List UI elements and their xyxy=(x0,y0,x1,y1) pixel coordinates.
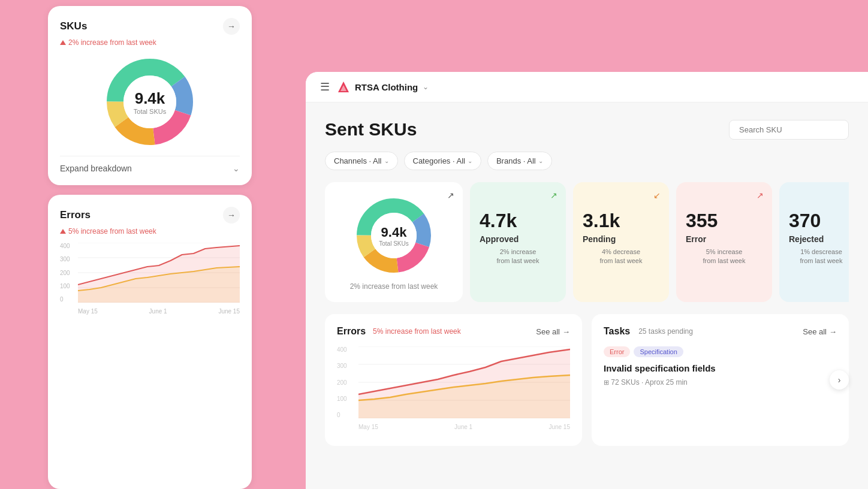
stat-donut-value: 9.4k xyxy=(381,225,407,240)
stat-error-sub: 5% increasefrom last week xyxy=(686,247,762,266)
increase-triangle-icon xyxy=(60,40,66,45)
task-item: Error Specification Invalid specificatio… xyxy=(604,346,837,387)
search-input[interactable] xyxy=(729,120,849,140)
y-label-0: 0 xyxy=(60,296,70,303)
sku-donut-chart: 9.4k Total SKUs xyxy=(102,54,198,150)
task-meta-text: 72 SKUs · Aprox 25 min xyxy=(611,378,687,387)
stat-rejected-content: 370 Rejected 1% descreasefrom last week xyxy=(789,210,849,266)
expand-chevron-icon: ⌄ xyxy=(233,164,240,173)
big-y-0: 0 xyxy=(337,412,347,418)
stat-rejected-arrow-icon: ↗ xyxy=(848,191,849,200)
task-title: Invalid specification fields xyxy=(604,363,837,373)
x-label-june1: June 1 xyxy=(149,308,167,315)
big-x-may15: May 15 xyxy=(358,424,378,430)
errors-increase-text: 5% increase from last week xyxy=(68,227,156,236)
sku-arrow-button[interactable]: → xyxy=(223,18,240,35)
errors-arrow-button[interactable]: → xyxy=(223,207,240,224)
page-header: Sent SKUs xyxy=(325,119,849,140)
sku-donut-center: 9.4k Total SKUs xyxy=(134,89,166,115)
filter-brands-chevron-icon: ⌄ xyxy=(538,158,543,164)
errors-big-chart-svg-container xyxy=(358,346,570,418)
stat-card-total: ↗ 9.4k Total SKUs xyxy=(325,182,463,302)
sku-donut-label: Total SKUs xyxy=(134,108,166,115)
big-y-100: 100 xyxy=(337,396,347,402)
errors-big-chart-x-labels: May 15 June 1 June 15 xyxy=(358,424,570,430)
errors-see-all-button[interactable]: See all → xyxy=(536,327,570,336)
errors-card-title: Errors xyxy=(60,209,91,221)
tasks-section-title-group: Tasks 25 tasks pending xyxy=(604,326,693,337)
main-content: Sent SKUs Channels · All ⌄ Categories · … xyxy=(306,102,868,488)
big-y-300: 300 xyxy=(337,363,347,369)
filter-channels-button[interactable]: Channels · All ⌄ xyxy=(325,152,398,170)
errors-chart-svg xyxy=(78,243,240,303)
y-label-200: 200 xyxy=(60,270,70,276)
stat-error-content: 355 Error 5% increasefrom last week xyxy=(686,210,762,266)
stat-approved-value: 4.7k xyxy=(480,210,556,232)
filter-categories-chevron-icon: ⌄ xyxy=(468,158,472,164)
stat-approved-content: 4.7k Approved 2% increasefrom last week xyxy=(480,210,556,266)
stat-pending-arrow-icon: ↙ xyxy=(653,191,661,200)
expand-breakdown-button[interactable]: Expand breakdown ⌄ xyxy=(60,156,240,173)
stat-approved-arrow-icon: ↗ xyxy=(550,191,557,200)
errors-chart-y-labels: 400 300 200 100 0 xyxy=(60,243,73,303)
y-label-100: 100 xyxy=(60,283,70,289)
page-title: Sent SKUs xyxy=(325,119,417,140)
filter-brands-button[interactable]: Brands · All ⌄ xyxy=(487,152,552,170)
errors-see-all-arrow-icon: → xyxy=(562,327,570,336)
filters-row: Channels · All ⌄ Categories · All ⌄ Bran… xyxy=(325,152,849,170)
sku-donut-container: 9.4k Total SKUs xyxy=(60,54,240,150)
errors-big-chart-svg xyxy=(358,346,570,418)
stat-total-arrow-icon: ↗ xyxy=(447,191,454,200)
tasks-see-all-text: See all xyxy=(803,327,827,336)
big-x-june15: June 15 xyxy=(548,424,570,430)
stat-total-sub: 2% increase from last week xyxy=(350,282,438,291)
stat-error-arrow-icon: ↗ xyxy=(757,191,764,200)
errors-chart-area: 400 300 200 100 0 xyxy=(60,243,240,315)
stat-rejected-sub: 1% descreasefrom last week xyxy=(789,247,849,266)
stats-row: ↗ 9.4k Total SKUs xyxy=(325,182,849,302)
brand-chevron-icon[interactable]: ⌄ xyxy=(423,83,429,91)
errors-section-title-group: Errors 5% increase from last week xyxy=(337,326,461,337)
task-meta-icon: ⊞ xyxy=(604,379,609,386)
errors-increase-badge: 5% increase from last week xyxy=(60,227,240,236)
sku-donut-value: 9.4k xyxy=(135,89,165,108)
tasks-see-all-button[interactable]: See all → xyxy=(803,327,837,336)
stat-card-rejected: ↗ 370 Rejected 1% descreasefrom last wee… xyxy=(779,182,849,302)
errors-card-header: Errors → xyxy=(60,207,240,224)
stat-pending-sub: 4% decreasefrom last week xyxy=(583,247,659,266)
errors-chart-svg-area xyxy=(78,243,240,303)
stat-card-approved: ↗ 4.7k Approved 2% increasefrom last wee… xyxy=(470,182,566,302)
tasks-section-header: Tasks 25 tasks pending See all → xyxy=(604,326,837,337)
filter-channels-label: Channels · All xyxy=(334,156,382,165)
y-label-300: 300 xyxy=(60,256,70,262)
stat-rejected-value: 370 xyxy=(789,210,849,232)
big-x-june1: June 1 xyxy=(454,424,472,430)
filter-channels-chevron-icon: ⌄ xyxy=(384,158,389,164)
sku-increase-badge: 2% increase from last week xyxy=(60,38,240,47)
errors-big-chart-area: 400 300 200 100 0 xyxy=(337,346,570,430)
big-y-200: 200 xyxy=(337,379,347,386)
stat-card-error: ↗ 355 Error 5% increasefrom last week xyxy=(676,182,772,302)
task-meta: ⊞ 72 SKUs · Aprox 25 min xyxy=(604,378,837,387)
tasks-section-title: Tasks xyxy=(604,326,630,337)
brand-section: RTSA Clothing ⌄ xyxy=(337,80,429,93)
task-tag-specification: Specification xyxy=(634,346,683,357)
menu-icon[interactable]: ☰ xyxy=(320,80,330,93)
errors-chart-x-labels: May 15 June 1 June 15 xyxy=(78,308,240,315)
errors-section-badge-text: 5% increase from last week xyxy=(373,327,461,336)
stat-card-pending: ↙ 3.1k Pending 4% decreasefrom last week xyxy=(573,182,669,302)
main-panel: ☰ RTSA Clothing ⌄ Sent SKUs Channels · A… xyxy=(306,72,868,489)
tasks-next-button[interactable]: › xyxy=(830,370,849,390)
filter-categories-button[interactable]: Categories · All ⌄ xyxy=(404,152,481,170)
brand-logo-svg xyxy=(337,80,350,93)
left-panel: SKUs → 2% increase from last week xyxy=(48,0,252,489)
errors-section: Errors 5% increase from last week See al… xyxy=(325,314,582,446)
errors-card: Errors → 5% increase from last week 400 … xyxy=(48,195,252,489)
stat-rejected-name: Rejected xyxy=(789,234,849,244)
errors-section-title: Errors xyxy=(337,326,366,337)
stat-donut-label: Total SKUs xyxy=(379,240,408,247)
errors-see-all-text: See all xyxy=(536,327,560,336)
y-label-400: 400 xyxy=(60,243,70,249)
expand-breakdown-text: Expand breakdown xyxy=(60,164,132,173)
brand-logo-container xyxy=(337,80,350,93)
